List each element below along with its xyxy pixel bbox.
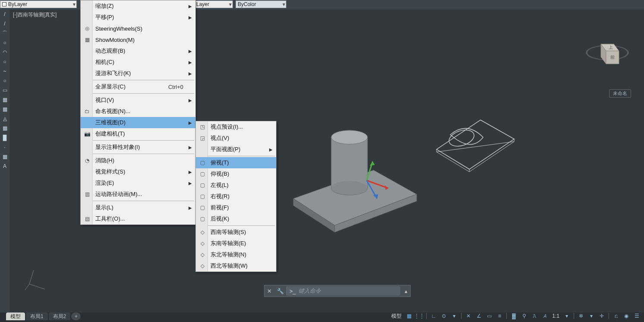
customize-icon[interactable]: ☰ xyxy=(632,312,641,320)
draw-tool-0[interactable]: / xyxy=(0,9,9,19)
status-model-button[interactable]: 模型 xyxy=(390,312,403,320)
ortho-icon[interactable]: ∟ xyxy=(429,312,438,320)
plus-icon[interactable]: ✛ xyxy=(597,312,606,320)
menu-item[interactable]: 视口(V)▶ xyxy=(81,95,195,106)
menu-item[interactable]: ◲视点(V) xyxy=(196,133,276,144)
menu-item[interactable]: ◳视点预设(I)... xyxy=(196,121,276,133)
menu-item[interactable]: ▢后视(K) xyxy=(196,213,276,224)
menu-item[interactable]: 🗀命名视图(N)... xyxy=(81,106,195,117)
iso-icon[interactable]: ⎌ xyxy=(611,312,621,320)
menu-item[interactable]: ▢仰视(B) xyxy=(196,168,276,180)
anno3-icon[interactable]: 𝘈 xyxy=(540,312,550,320)
draw-tool-3[interactable]: ○ xyxy=(0,38,9,47)
ucs-name-chip[interactable]: 未命名 xyxy=(609,89,631,98)
tab-add[interactable]: + xyxy=(71,313,81,320)
polar-dd-icon[interactable]: ▾ xyxy=(449,312,459,320)
menu-separator xyxy=(82,80,194,80)
anno2-icon[interactable]: 𝙰 xyxy=(530,312,539,320)
menu-item[interactable]: 显示注释性对象(I)▶ xyxy=(81,142,195,153)
menu-item[interactable]: 漫游和飞行(K)▶ xyxy=(81,68,195,79)
menu-item-label: 视点预设(I)... xyxy=(210,123,243,131)
command-line[interactable]: ✕ 🔧 >_ 键入命令 ▴ xyxy=(264,285,411,297)
menu-item[interactable]: 三维视图(D)▶ xyxy=(81,117,195,128)
menu-item[interactable]: 平移(P)▶ xyxy=(81,12,195,23)
expand-up-icon[interactable]: ▴ xyxy=(402,288,410,294)
menu-item[interactable]: ▢前视(F) xyxy=(196,202,276,213)
layout-tabs: 模型 布局1 布局2 + xyxy=(6,313,82,320)
menu-item[interactable]: 平面视图(P)▶ xyxy=(196,144,276,155)
track-icon[interactable]: ∠ xyxy=(474,312,484,320)
menu-item[interactable]: ◎SteeringWheels(S) xyxy=(81,23,195,34)
osnap-icon[interactable]: ✕ xyxy=(464,312,473,320)
viewcube-svg[interactable]: 上 前 xyxy=(584,35,631,83)
submenu-arrow-icon: ▶ xyxy=(188,4,192,9)
draw-tool-7[interactable]: ○ xyxy=(0,76,9,85)
draw-tool-14[interactable]: · xyxy=(0,142,9,152)
gear-dd-icon[interactable]: ▾ xyxy=(587,312,596,320)
draw-tool-2[interactable]: ⌒ xyxy=(0,28,9,38)
tab-layout1[interactable]: 布局1 xyxy=(26,313,48,320)
draw-tool-16[interactable]: A xyxy=(0,161,9,171)
lineweight-icon[interactable]: ≡ xyxy=(495,312,504,320)
linetype-dropdown[interactable]: ByLayer ▾ xyxy=(0,0,77,8)
menu-item[interactable]: ◇西北等轴测(W) xyxy=(196,260,276,271)
tab-model[interactable]: 模型 xyxy=(6,313,25,320)
menu-item[interactable]: ▥运动路径动画(M)... xyxy=(81,189,195,200)
anno-dd-icon[interactable]: ▾ xyxy=(562,312,572,320)
menu-item[interactable]: ◇东北等轴测(N) xyxy=(196,249,276,260)
command-placeholder: 键入命令 xyxy=(298,287,321,295)
snap-icon[interactable]: ⋮⋮ xyxy=(415,312,424,320)
gear-icon[interactable]: ✲ xyxy=(576,312,586,320)
draw-tool-9[interactable]: ▦ xyxy=(0,95,9,104)
viewcube-top-label: 上 xyxy=(609,45,613,50)
menu-item[interactable]: 视觉样式(S)▶ xyxy=(81,166,195,177)
hw-icon[interactable]: ◉ xyxy=(622,312,631,320)
menu-item[interactable]: ▦ShowMotion(M) xyxy=(81,34,195,45)
menu-item-icon: ▢ xyxy=(198,193,206,200)
menu-item-icon: 🗀 xyxy=(83,107,91,115)
menu-item[interactable]: 显示(L)▶ xyxy=(81,202,195,213)
draw-tool-11[interactable]: ◬ xyxy=(0,114,9,123)
anno-icon[interactable]: ⚲ xyxy=(519,312,529,320)
menu-item-label: 西南等轴测(S) xyxy=(210,228,246,236)
tab-layout2[interactable]: 布局2 xyxy=(49,313,71,320)
draw-tool-5[interactable]: ○ xyxy=(0,57,9,66)
draw-tool-8[interactable]: ▭ xyxy=(0,85,9,95)
draw-tool-6[interactable]: ~ xyxy=(0,66,9,76)
view-cube[interactable]: 上 前 xyxy=(584,35,631,83)
menu-item-label: 视口(V) xyxy=(95,96,114,104)
draw-tool-13[interactable]: █ xyxy=(0,133,9,142)
menu-item[interactable]: 动态观察(B)▶ xyxy=(81,45,195,57)
menu-item[interactable]: ▢左视(L) xyxy=(196,180,276,191)
draw-tool-10[interactable]: ▦ xyxy=(0,104,9,114)
menu-item[interactable]: ▢俯视(T) xyxy=(196,157,276,168)
menu-item[interactable]: ◔消隐(H) xyxy=(81,155,195,166)
draw-tool-12[interactable]: ▦ xyxy=(0,123,9,133)
menu-item[interactable]: ▤工具栏(O)... xyxy=(81,213,195,224)
draw-tool-15[interactable]: ▦ xyxy=(0,152,9,161)
close-icon[interactable]: ✕ xyxy=(264,288,274,294)
viewport-label[interactable]: [-]西南等轴测[真实] xyxy=(13,11,57,19)
menu-item[interactable]: 缩放(Z)▶ xyxy=(81,0,195,12)
wrench-icon[interactable]: 🔧 xyxy=(274,288,286,294)
menu-item[interactable]: ◇东南等轴测(E) xyxy=(196,238,276,249)
svg-marker-16 xyxy=(437,120,514,169)
menu-item[interactable]: 全屏显示(C)Ctrl+0 xyxy=(81,81,195,92)
dyn-icon[interactable]: ▭ xyxy=(484,312,494,320)
view-menu[interactable]: 缩放(Z)▶平移(P)▶◎SteeringWheels(S)▦ShowMotio… xyxy=(80,0,196,225)
plotstyle-dropdown[interactable]: ByColor ▾ xyxy=(236,0,286,8)
3d-views-submenu[interactable]: ◳视点预设(I)...◲视点(V)平面视图(P)▶▢俯视(T)▢仰视(B)▢左视… xyxy=(195,121,276,272)
layer-dropdown[interactable]: Layer ▾ xyxy=(194,0,233,8)
polar-icon[interactable]: ⊙ xyxy=(439,312,449,320)
menu-item[interactable]: 📷创建相机(T) xyxy=(81,128,195,139)
grid-icon[interactable]: ▦ xyxy=(404,312,414,320)
draw-tool-4[interactable]: ◠ xyxy=(0,47,9,57)
menu-item[interactable]: 相机(C)▶ xyxy=(81,57,195,68)
menu-item[interactable]: ◇西南等轴测(S) xyxy=(196,227,276,238)
draw-tool-1[interactable]: / xyxy=(0,19,9,28)
menu-item[interactable]: 渲染(E)▶ xyxy=(81,177,195,189)
command-input[interactable]: >_ 键入命令 xyxy=(286,286,400,296)
transparency-icon[interactable]: ▓ xyxy=(509,312,518,320)
anno-scale[interactable]: 1:1 xyxy=(550,312,561,320)
menu-item[interactable]: ▢右视(R) xyxy=(196,191,276,202)
